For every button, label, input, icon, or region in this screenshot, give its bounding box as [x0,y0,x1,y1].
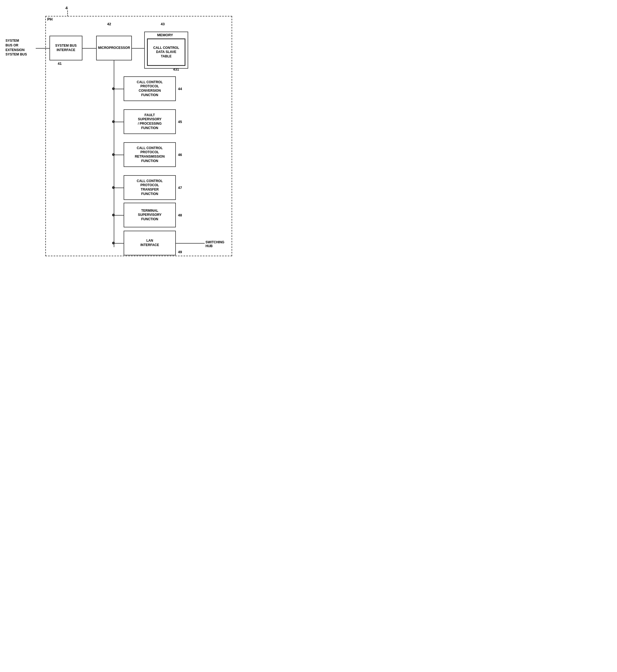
connector-49 [114,243,124,244]
label-44-num: 44 [178,87,182,91]
diagram: 4 PH SYSTEMBUS OREXTENSIONSYSTEM BUS SYS… [5,5,242,264]
bus-line [36,48,51,49]
box-49: LANINTERFACE [124,231,176,255]
label-49-num: 49 [178,250,182,254]
connector-46 [114,155,124,155]
label-42-num: 42 [107,22,111,26]
box-42: MICROPROCESSOR [96,36,132,60]
line-41-42 [82,48,96,49]
box-41: SYSTEM BUS INTERFACE [49,36,82,60]
box-43-label: MEMORY [157,33,173,37]
connector-45 [114,122,124,122]
box-46-label: CALL CONTROLPROTOCOLRETRANSMISSIONFUNCTI… [135,146,165,163]
box-431: CALL CONTROLDATA SLAVETABLE [147,38,185,66]
label-45-num: 45 [178,120,182,124]
line-42-43 [132,48,144,49]
arrow-4 [67,10,68,16]
label-43-num: 43 [161,22,165,26]
box-42-label: MICROPROCESSOR [98,46,130,50]
box-47-label: CALL CONTROLPROTOCOLTRANSFERFUNCTION [137,179,163,196]
box-41-label: SYSTEM BUS INTERFACE [50,44,82,52]
box-46: CALL CONTROLPROTOCOLRETRANSMISSIONFUNCTI… [124,142,176,167]
connector-48 [114,215,124,216]
label-47-num: 47 [178,186,182,190]
label-41-num: 41 [58,61,61,66]
switching-hub-label: SWITCHINGHUB [205,240,224,248]
label-4: 4 [65,5,67,10]
label-48-num: 48 [178,213,182,217]
label-46-num: 46 [178,153,182,157]
box-45: FAULTSUPERVISORY/ PROCESSINGFUNCTION [124,109,176,134]
line-lan-hub [176,243,205,244]
connector-44 [114,89,124,89]
label-431-num: 431 [173,67,179,71]
box-48-label: TERMINALSUPERVISORYFUNCTION [138,209,162,222]
box-431-label: CALL CONTROLDATA SLAVETABLE [153,46,179,59]
box-49-label: LANINTERFACE [140,239,159,247]
box-48: TERMINALSUPERVISORYFUNCTION [124,203,176,227]
box-45-label: FAULTSUPERVISORY/ PROCESSINGFUNCTION [138,113,162,130]
box-47: CALL CONTROLPROTOCOLTRANSFERFUNCTION [124,175,176,200]
connector-47 [114,188,124,188]
ph-label: PH [47,17,52,21]
box-44: CALL CONTROLPROTOCOLCONVERSIONFUNCTION [124,76,176,101]
system-bus-label: SYSTEMBUS OREXTENSIONSYSTEM BUS [5,38,36,57]
box-44-label: CALL CONTROLPROTOCOLCONVERSIONFUNCTION [137,80,163,97]
